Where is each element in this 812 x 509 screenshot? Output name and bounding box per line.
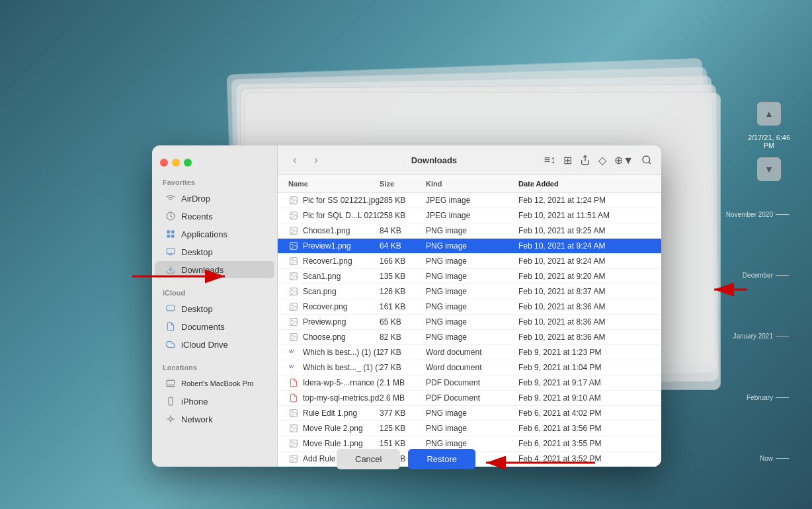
file-name: Pic for SS 021221.jpg bbox=[288, 195, 380, 206]
file-row[interactable]: Pic for SS 021221.jpg 285 KB JPEG image … bbox=[278, 193, 661, 208]
file-kind: Word document bbox=[426, 363, 518, 372]
list-view-icon[interactable]: ≡↕ bbox=[544, 154, 555, 166]
svg-line-17 bbox=[649, 162, 651, 164]
file-row[interactable]: W Which is best..._ (1) (1).docx 27 KB W… bbox=[278, 360, 661, 375]
airdrop-label: AirDrop bbox=[181, 194, 210, 204]
tm-timeline-label: December bbox=[743, 272, 789, 279]
header-date[interactable]: Date Added bbox=[518, 178, 651, 190]
file-row[interactable]: Preview.png 65 KB PNG image Feb 10, 2021… bbox=[278, 315, 661, 330]
file-icon bbox=[288, 317, 299, 327]
file-size: 126 KB bbox=[380, 287, 426, 296]
file-row[interactable]: Recover1.png 166 KB PNG image Feb 10, 20… bbox=[278, 254, 661, 269]
file-row[interactable]: Rule Edit 1.png 377 KB PNG image Feb 6, … bbox=[278, 406, 661, 421]
file-date: Feb 10, 2021 at 8:36 AM bbox=[518, 333, 651, 342]
file-size: 2.6 MB bbox=[380, 393, 426, 403]
minimize-button[interactable] bbox=[172, 159, 180, 167]
file-row[interactable]: Scan.png 126 KB PNG image Feb 10, 2021 a… bbox=[278, 284, 661, 299]
sidebar-item-downloads[interactable]: Downloads bbox=[155, 261, 274, 278]
action-icon[interactable]: ⊕▼ bbox=[614, 154, 633, 167]
tm-up-button[interactable]: ▲ bbox=[757, 102, 781, 126]
file-row[interactable]: Move Rule 2.png 125 KB PNG image Feb 6, … bbox=[278, 421, 661, 436]
file-row[interactable]: Pic for SQL D...L 021021.jpg 258 KB JPEG… bbox=[278, 208, 661, 223]
svg-point-21 bbox=[292, 214, 293, 215]
iphone-label: iPhone bbox=[181, 397, 208, 407]
download-icon bbox=[165, 264, 176, 275]
sidebar-item-documents[interactable]: Documents bbox=[155, 318, 274, 335]
sidebar-item-network[interactable]: Network bbox=[155, 411, 274, 428]
file-row[interactable]: top-my-sql-metrics.pdf 2.6 MB PDF Docume… bbox=[278, 391, 661, 406]
grid-view-icon[interactable]: ⊞ bbox=[563, 154, 572, 167]
svg-rect-3 bbox=[167, 235, 170, 237]
sidebar-item-macbook[interactable]: Robert's MacBook Pro bbox=[155, 375, 274, 392]
file-kind: PNG image bbox=[426, 272, 518, 281]
file-row[interactable]: W Which is best...) (1) (1).docx 27 KB W… bbox=[278, 345, 661, 360]
file-kind: Word document bbox=[426, 348, 518, 357]
search-icon[interactable] bbox=[641, 155, 652, 165]
back-button[interactable]: ‹ bbox=[287, 152, 303, 168]
file-kind: PNG image bbox=[426, 241, 518, 251]
file-row[interactable]: Recover.png 161 KB PNG image Feb 10, 202… bbox=[278, 299, 661, 315]
svg-rect-2 bbox=[171, 231, 174, 233]
tm-timeline-label: February bbox=[747, 394, 789, 401]
maximize-button[interactable] bbox=[184, 159, 192, 167]
sidebar-item-recents[interactable]: Recents bbox=[155, 208, 274, 225]
laptop-icon bbox=[165, 378, 176, 389]
bottom-bar: Cancel Restore bbox=[337, 449, 475, 469]
file-name: Move Rule 2.png bbox=[288, 423, 380, 434]
sidebar-item-desktop[interactable]: Desktop bbox=[155, 243, 274, 260]
file-kind: PNG image bbox=[426, 287, 518, 296]
file-size: 64 KB bbox=[380, 241, 426, 251]
file-date: Feb 9, 2021 at 1:04 PM bbox=[518, 363, 651, 372]
sidebar-item-icloud-drive[interactable]: iCloud Drive bbox=[155, 336, 274, 353]
svg-point-35 bbox=[292, 320, 293, 321]
icloud-desktop-icon bbox=[165, 303, 176, 314]
file-date: Feb 12, 2021 at 1:24 PM bbox=[518, 196, 651, 205]
file-icon bbox=[288, 286, 299, 297]
file-row[interactable]: Scan1.png 135 KB PNG image Feb 10, 2021 … bbox=[278, 269, 661, 284]
icloud-drive-icon bbox=[165, 339, 176, 350]
file-kind: PNG image bbox=[426, 226, 518, 235]
tm-down-button[interactable]: ▼ bbox=[757, 157, 781, 181]
file-date: Feb 9, 2021 at 9:17 AM bbox=[518, 378, 651, 387]
file-date: Feb 6, 2021 at 4:02 PM bbox=[518, 409, 651, 418]
file-kind: JPEG image bbox=[426, 196, 518, 205]
file-date: Feb 6, 2021 at 3:55 PM bbox=[518, 439, 651, 448]
close-button[interactable] bbox=[160, 159, 168, 167]
file-icon bbox=[288, 423, 299, 434]
file-icon bbox=[288, 210, 299, 221]
file-row[interactable]: Choose.png 82 KB PNG image Feb 10, 2021 … bbox=[278, 330, 661, 345]
file-size: 84 KB bbox=[380, 226, 426, 235]
phone-icon bbox=[165, 396, 176, 407]
file-name: top-my-sql-metrics.pdf bbox=[288, 393, 380, 403]
file-row[interactable]: Idera-wp-5-...rnance (1).pdf 2.1 MB PDF … bbox=[278, 375, 661, 391]
sidebar-item-iphone[interactable]: iPhone bbox=[155, 393, 274, 410]
tm-timeline-label: Now bbox=[760, 455, 789, 462]
file-row[interactable]: Choose1.png 84 KB PNG image Feb 10, 2021… bbox=[278, 223, 661, 239]
tag-icon[interactable]: ◇ bbox=[598, 154, 606, 167]
window-title: Downloads bbox=[329, 155, 539, 165]
header-name[interactable]: Name bbox=[288, 178, 380, 190]
cancel-button[interactable]: Cancel bbox=[337, 449, 400, 469]
file-date: Feb 10, 2021 at 11:51 AM bbox=[518, 211, 651, 220]
file-icon bbox=[288, 271, 299, 282]
recents-label: Recents bbox=[181, 212, 213, 221]
file-date: Feb 10, 2021 at 8:37 AM bbox=[518, 287, 651, 296]
file-name: W Which is best...) (1) (1).docx bbox=[288, 347, 380, 358]
time-machine-bar: ▲ 2/17/21, 6:46 PM ▼ November 2020Decemb… bbox=[746, 99, 792, 489]
file-size: 151 KB bbox=[380, 439, 426, 448]
forward-button[interactable]: › bbox=[308, 152, 324, 168]
sidebar-item-icloud-desktop[interactable]: Desktop bbox=[155, 300, 274, 317]
file-kind: PNG image bbox=[426, 424, 518, 433]
file-row[interactable]: Preview1.png 64 KB PNG image Feb 10, 202… bbox=[278, 239, 661, 254]
file-kind: JPEG image bbox=[426, 211, 518, 220]
svg-point-47 bbox=[292, 457, 293, 458]
svg-point-23 bbox=[292, 229, 293, 230]
restore-button[interactable]: Restore bbox=[408, 449, 475, 469]
file-kind: PNG image bbox=[426, 409, 518, 418]
sidebar-item-airdrop[interactable]: AirDrop bbox=[155, 190, 274, 207]
sidebar-item-applications[interactable]: Applications bbox=[155, 225, 274, 243]
file-name: Rule Edit 1.png bbox=[288, 408, 380, 418]
toolbar: ‹ › Downloads ≡↕ ⊞ ◇ ⊕▼ bbox=[278, 145, 661, 175]
file-kind: PNG image bbox=[426, 333, 518, 342]
share-icon[interactable] bbox=[580, 155, 590, 165]
